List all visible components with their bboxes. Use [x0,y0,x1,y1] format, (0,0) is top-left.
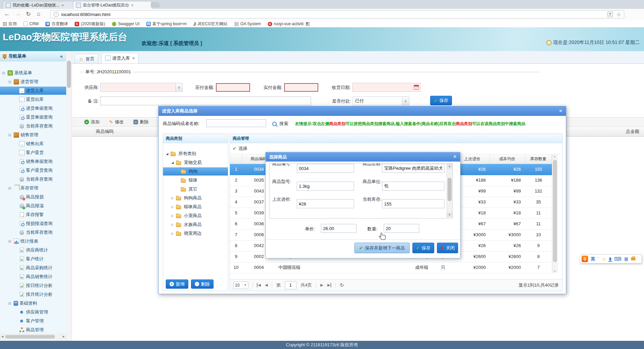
translate-icon[interactable]: 文 [608,12,613,17]
fields-scrollbar[interactable]: ▲ ▼ [447,164,452,217]
column-product-code[interactable]: 商品编码 [72,127,137,136]
field-input[interactable] [382,164,444,173]
sidebar-item[interactable]: ⊟统计报表 [0,237,74,245]
page-size-select[interactable]: 10▼ [233,282,248,289]
collapse-icon[interactable]: ⊟ [8,80,12,84]
page-input[interactable] [285,281,296,289]
category-tree-node[interactable]: 其它 [163,185,228,193]
search-button[interactable] [272,121,277,127]
reload-icon[interactable]: ↻ [26,11,31,18]
last-page-icon[interactable]: ▶ [327,283,331,287]
home-icon[interactable]: ⌂ [37,11,40,17]
bookmark-item[interactable]: 译百度翻译 [45,21,68,27]
scroll-up-icon[interactable]: ▲ [554,155,556,157]
close-button[interactable]: ✖ 关闭 [437,243,458,253]
bookmark-item[interactable]: CRM [24,21,39,26]
column-header[interactable] [230,154,242,164]
close-tab-icon[interactable]: × [61,3,64,8]
sidebar-item[interactable]: ⊟销售管理 [0,131,74,139]
category-tree-node[interactable]: ▷狗狗商品 [163,194,228,202]
field-input[interactable] [297,182,354,191]
paid-amount-input[interactable] [284,83,318,92]
field-input[interactable] [297,199,354,208]
close-tab-icon[interactable]: × [132,56,135,61]
column-total-amount[interactable]: 总金额 [626,127,639,136]
sidebar-item[interactable]: ⊟系统菜单 [0,69,68,77]
scroll-left-icon[interactable]: ◀ [1,335,3,339]
bookmark-item[interactable]: 码基于spring boot+m [146,21,187,27]
field-input[interactable] [297,164,354,173]
address-bar[interactable]: i localhost:8080/main.html 文 ☆ [50,10,624,18]
column-header[interactable]: 库存数量 [525,154,552,164]
field-input[interactable] [382,182,444,191]
receive-date-input[interactable] [352,83,421,92]
next-page-icon[interactable]: ▶ [320,283,323,287]
field-input[interactable] [382,199,444,208]
scroll-down-icon[interactable]: ▼ [447,212,452,217]
sidebar-item[interactable]: ⊟库存管理 [0,184,74,192]
bookmark-item[interactable]: Swagger UI [112,21,140,26]
scrollbar-thumb[interactable] [67,61,71,88]
add-button[interactable]: + 添加 [84,119,100,125]
microphone-icon[interactable] [609,257,611,261]
collapse-icon[interactable]: ⊟ [8,239,12,244]
input-method-bar[interactable]: S 英 ʼ ☺ ⌨ ▦ [580,254,642,263]
category-tree-node[interactable]: ▷萌宠周边 [163,229,228,238]
collapsed-icon[interactable]: ▷ [171,214,175,217]
tab-purchase-inbound[interactable]: 进货入库 × [101,53,138,63]
bookmark-star-icon[interactable]: ☆ [616,11,621,18]
collapse-icon[interactable]: ⊟ [8,301,12,306]
bookmark-item[interactable]: Gruoyi-vue-activiti: 配 [268,21,310,27]
scrollbar-thumb[interactable] [5,335,55,338]
expanded-icon[interactable]: ◢ [171,161,175,164]
language-mode[interactable]: 英 [591,256,595,262]
emoji-icon[interactable]: ☺ [602,256,606,262]
category-tree-node[interactable]: ▷小宠商品 [163,212,228,220]
category-tree-node[interactable]: ▷猫咪商品 [163,203,228,211]
collapsed-icon[interactable]: ▷ [171,223,175,226]
collapse-sidebar-icon[interactable]: « [60,54,63,59]
column-header[interactable]: 成本均价 [490,154,525,164]
dialog-titlebar[interactable]: 选择商品 [266,152,460,162]
quantity-input[interactable] [384,224,419,233]
sidebar-vertical-scrollbar[interactable] [66,51,72,341]
punctuation-icon[interactable]: ʼ [598,256,599,261]
save-button[interactable]: ✔ 保存 [412,243,434,253]
grid-icon[interactable]: ▦ [624,256,628,261]
save-and-add-next-button[interactable]: ✔ 保存并新增下一商品 [354,243,410,253]
expanded-icon[interactable]: ◢ [165,152,169,155]
url-text[interactable]: localhost:8080/main.html [61,12,111,17]
category-tree-node[interactable]: 猫咪 [163,176,228,184]
calendar-icon[interactable] [414,85,419,90]
search-button-label[interactable]: 搜索 [279,121,288,127]
page-info-icon[interactable]: i [54,12,59,17]
delete-button[interactable]: − 删除 [133,119,149,125]
edit-button[interactable]: ✎ 修改 [109,119,124,125]
bookmark-item[interactable]: 应用 [3,21,17,27]
bookmark-item[interactable]: JJEECG官方网站 [193,21,228,27]
bookmark-item[interactable]: OA System [234,21,261,26]
sogou-logo-icon[interactable]: S [582,256,588,262]
collapse-icon[interactable]: ⊟ [8,186,12,191]
supplier-select[interactable]: ∨ [100,83,183,92]
save-button[interactable]: ✔ 保存 [430,96,452,105]
collapsed-icon[interactable]: ▷ [171,196,175,200]
category-tree-node[interactable]: ◢所有类别 [163,150,228,158]
payable-input[interactable] [216,83,250,92]
new-tab-button[interactable] [151,2,160,7]
paid-status-select[interactable]: 已付 ∨ [353,96,409,105]
collapse-icon[interactable]: ⊟ [8,133,12,137]
remark-input[interactable] [100,96,311,105]
modal-titlebar[interactable]: 进货入库商品选择 [159,106,566,116]
first-page-icon[interactable]: ◀ [257,283,261,287]
tab-home[interactable]: ⌂ 首页 [75,54,98,63]
toolbox-icon[interactable] [631,257,635,260]
sidebar-horizontal-scrollbar[interactable]: ◀ ▶ [0,334,66,339]
scrollbar-thumb[interactable] [553,160,557,262]
product-row[interactable]: 100004中国狸花猫成年猫只¥2000¥20007 [230,262,552,273]
collapse-icon[interactable]: ⊟ [2,71,6,75]
category-tree-node[interactable]: 狗狗 [163,167,228,176]
sidebar-item[interactable]: ⊟基础资料 [0,299,74,307]
close-modal-icon[interactable]: ✕ [559,108,562,113]
back-icon[interactable]: ← [4,11,10,17]
